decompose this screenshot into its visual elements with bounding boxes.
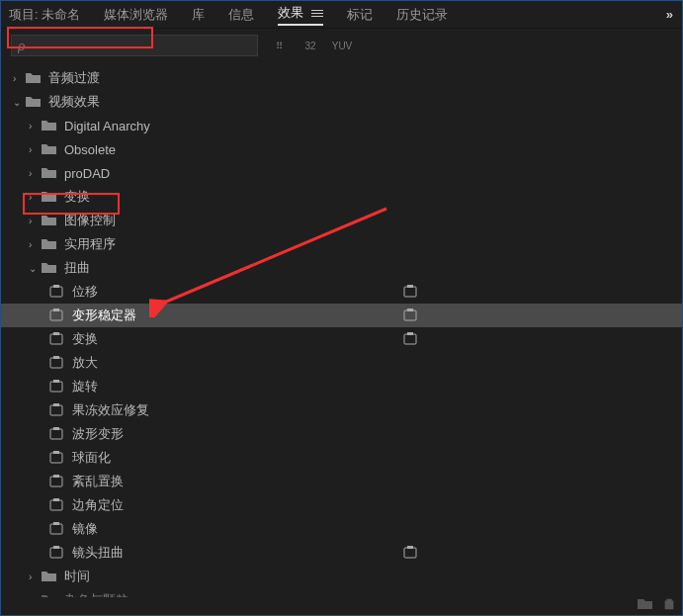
folder-icon bbox=[25, 95, 43, 109]
new-bin-button[interactable] bbox=[637, 596, 652, 613]
folder-icon bbox=[41, 119, 58, 132]
folder-icon bbox=[41, 142, 58, 156]
twisty-collapsed-icon[interactable]: › bbox=[13, 73, 25, 84]
effect-icon bbox=[48, 451, 66, 465]
tab-info[interactable]: 信息 bbox=[228, 6, 254, 24]
tree-label: 边角定位 bbox=[72, 496, 124, 514]
effect-icon bbox=[48, 522, 66, 536]
tree-label: Obsolete bbox=[64, 142, 116, 157]
effect-icon bbox=[48, 332, 66, 346]
twisty-expanded-icon[interactable]: ⌄ bbox=[29, 263, 41, 274]
tree-label: 视频效果 bbox=[48, 93, 100, 111]
filter-32bit-icon[interactable]: 32 bbox=[299, 37, 321, 54]
delete-button[interactable] bbox=[662, 596, 676, 613]
effect-icon bbox=[48, 356, 66, 370]
tree-label: 镜像 bbox=[72, 520, 98, 538]
folder-icon bbox=[41, 237, 58, 251]
tree-effect-transform[interactable]: 变换 bbox=[1, 327, 682, 351]
twisty-collapsed-icon[interactable]: › bbox=[29, 595, 41, 598]
tree-label: 放大 bbox=[72, 354, 98, 372]
folder-icon bbox=[41, 166, 58, 180]
tab-effects-label: 效果 bbox=[278, 5, 303, 20]
tabs-overflow-button[interactable]: » bbox=[666, 7, 674, 22]
tree-folder-transform[interactable]: › 变换 bbox=[1, 185, 682, 209]
tree-label: 果冻效应修复 bbox=[72, 401, 149, 419]
tree-label: proDAD bbox=[64, 166, 110, 181]
tree-folder-distort[interactable]: ⌄ 扭曲 bbox=[1, 256, 682, 280]
tree-label: 位移 bbox=[72, 283, 98, 301]
accelerated-badge-icon bbox=[402, 285, 420, 299]
effects-tree[interactable]: › 音频过渡 ⌄ 视频效果 › Digital Anarchy › Obsole… bbox=[1, 62, 682, 597]
tab-history[interactable]: 历史记录 bbox=[396, 6, 448, 24]
tree-effect-corner-pin[interactable]: 边角定位 bbox=[1, 493, 682, 517]
tree-effect-mirror[interactable]: 镜像 bbox=[1, 517, 682, 541]
tree-folder-utility[interactable]: › 实用程序 bbox=[1, 232, 682, 256]
tree-label: 波形变形 bbox=[72, 425, 124, 443]
tree-effect-warp-stabilizer[interactable]: 变形稳定器 bbox=[1, 304, 682, 327]
tab-effects[interactable]: 效果 bbox=[278, 4, 323, 26]
tree-label: 图像控制 bbox=[64, 212, 116, 229]
filter-accelerated-icon[interactable]: ⠿ bbox=[268, 37, 290, 54]
tab-library[interactable]: 库 bbox=[192, 6, 205, 24]
accelerated-badge-icon bbox=[402, 308, 420, 322]
twisty-collapsed-icon[interactable]: › bbox=[29, 144, 41, 155]
effect-icon bbox=[48, 285, 66, 299]
tree-folder-audio-transitions[interactable]: › 音频过渡 bbox=[1, 66, 682, 90]
panel-tab-bar: 项目: 未命名 媒体浏览器 库 信息 效果 标记 历史记录 » bbox=[1, 1, 682, 29]
effect-icon bbox=[48, 308, 66, 322]
project-name: 未命名 bbox=[42, 7, 80, 22]
folder-icon bbox=[25, 71, 43, 85]
project-label: 项目: bbox=[9, 7, 39, 22]
folder-icon bbox=[41, 570, 58, 583]
tree-label: 扭曲 bbox=[64, 259, 90, 277]
twisty-collapsed-icon[interactable]: › bbox=[29, 239, 41, 250]
twisty-expanded-icon[interactable]: ⌄ bbox=[13, 97, 25, 108]
tree-label: 紊乱置换 bbox=[72, 473, 124, 490]
tree-effect-magnify[interactable]: 放大 bbox=[1, 351, 682, 375]
tree-effect-rolling-shutter[interactable]: 果冻效应修复 bbox=[1, 398, 682, 422]
tree-folder-obsolete[interactable]: › Obsolete bbox=[1, 137, 682, 161]
effect-icon bbox=[48, 403, 66, 417]
tree-effect-offset[interactable]: 位移 bbox=[1, 280, 682, 304]
tree-label: 时间 bbox=[64, 568, 90, 585]
effect-icon bbox=[48, 475, 66, 488]
tree-folder-noise-grain[interactable]: › 杂色与颗粒 bbox=[1, 588, 682, 597]
twisty-collapsed-icon[interactable]: › bbox=[29, 121, 41, 132]
tab-markers[interactable]: 标记 bbox=[347, 6, 373, 24]
folder-icon bbox=[41, 261, 58, 275]
search-input[interactable] bbox=[11, 35, 258, 56]
effect-icon bbox=[48, 380, 66, 394]
tree-folder-time[interactable]: › 时间 bbox=[1, 565, 682, 588]
tab-project[interactable]: 项目: 未命名 bbox=[9, 6, 80, 24]
folder-icon bbox=[41, 593, 58, 597]
effects-search-bar: ⠿ 32 YUV bbox=[1, 29, 682, 62]
tree-label: 变换 bbox=[72, 330, 98, 348]
twisty-collapsed-icon[interactable]: › bbox=[29, 168, 41, 179]
effect-icon bbox=[48, 498, 66, 512]
folder-icon bbox=[41, 190, 58, 204]
tree-effect-turbulent-displace[interactable]: 紊乱置换 bbox=[1, 470, 682, 493]
tree-label: Digital Anarchy bbox=[64, 119, 150, 133]
tree-folder-video-effects[interactable]: ⌄ 视频效果 bbox=[1, 90, 682, 114]
effect-icon bbox=[48, 427, 66, 441]
tree-label: 旋转 bbox=[72, 378, 98, 396]
tree-effect-wave-warp[interactable]: 波形变形 bbox=[1, 422, 682, 446]
tree-effect-twirl[interactable]: 旋转 bbox=[1, 375, 682, 398]
accelerated-badge-icon bbox=[402, 546, 420, 560]
tree-label: 变换 bbox=[64, 188, 90, 206]
tree-folder-prodad[interactable]: › proDAD bbox=[1, 161, 682, 185]
filter-yuv-icon[interactable]: YUV bbox=[331, 37, 353, 54]
twisty-collapsed-icon[interactable]: › bbox=[29, 192, 41, 203]
tree-folder-image-control[interactable]: › 图像控制 bbox=[1, 209, 682, 232]
tree-effect-spherize[interactable]: 球面化 bbox=[1, 446, 682, 470]
tree-label: 变形稳定器 bbox=[72, 307, 136, 324]
tree-label: 镜头扭曲 bbox=[72, 544, 124, 562]
tree-label: 杂色与颗粒 bbox=[64, 591, 128, 597]
panel-menu-icon[interactable] bbox=[311, 10, 323, 17]
tab-media-browser[interactable]: 媒体浏览器 bbox=[104, 6, 168, 24]
tree-effect-lens-distortion[interactable]: 镜头扭曲 bbox=[1, 541, 682, 565]
tree-label: 音频过渡 bbox=[48, 69, 100, 87]
twisty-collapsed-icon[interactable]: › bbox=[29, 216, 41, 226]
twisty-collapsed-icon[interactable]: › bbox=[29, 572, 41, 582]
tree-folder-digital-anarchy[interactable]: › Digital Anarchy bbox=[1, 114, 682, 137]
